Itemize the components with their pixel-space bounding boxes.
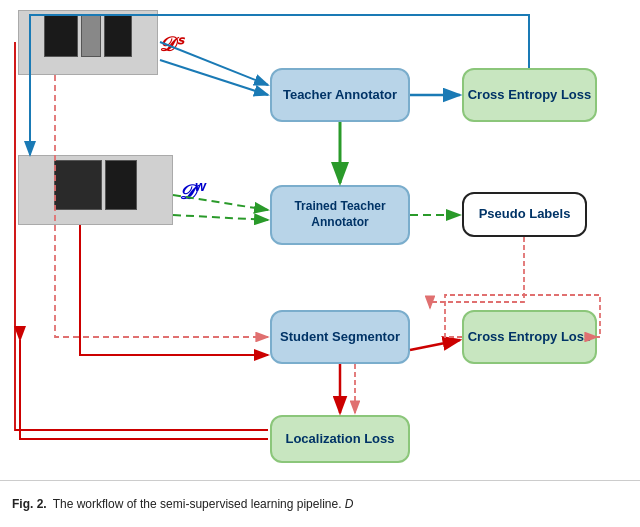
pseudo-labels-box: Pseudo Labels bbox=[462, 192, 587, 237]
student-segmentor-box: Student Segmentor bbox=[270, 310, 410, 364]
caption: Fig. 2. The workflow of the semi-supervi… bbox=[0, 480, 640, 527]
ds-label: 𝒟ˢ bbox=[158, 32, 182, 56]
trained-teacher-annotator-label: Trained Teacher Annotator bbox=[272, 199, 408, 230]
cross-entropy-loss-2-label: Cross Entropy Loss bbox=[468, 329, 592, 346]
localization-loss-box: Localization Loss bbox=[270, 415, 410, 463]
ds-image-panel bbox=[18, 10, 158, 75]
cross-entropy-loss-2-box: Cross Entropy Loss bbox=[462, 310, 597, 364]
teacher-annotator-label: Teacher Annotator bbox=[283, 87, 397, 104]
svg-line-9 bbox=[160, 60, 268, 95]
teacher-annotator-box: Teacher Annotator bbox=[270, 68, 410, 122]
caption-text: The workflow of the semi-supervised lear… bbox=[53, 497, 354, 511]
svg-line-13 bbox=[173, 215, 268, 220]
diagram-area: 𝒟ˢ 𝒟w Teacher Annotator Cross Entropy Lo… bbox=[0, 0, 640, 480]
localization-loss-label: Localization Loss bbox=[285, 431, 394, 448]
dw-label: 𝒟w bbox=[178, 178, 206, 204]
cross-entropy-loss-1-label: Cross Entropy Loss bbox=[468, 87, 592, 104]
cross-entropy-loss-1-box: Cross Entropy Loss bbox=[462, 68, 597, 122]
fig-label: Fig. 2. bbox=[12, 497, 47, 511]
svg-line-15 bbox=[410, 340, 460, 350]
pseudo-labels-label: Pseudo Labels bbox=[479, 206, 571, 223]
student-segmentor-label: Student Segmentor bbox=[280, 329, 400, 346]
dw-image-panel bbox=[18, 155, 173, 225]
trained-teacher-annotator-box: Trained Teacher Annotator bbox=[270, 185, 410, 245]
